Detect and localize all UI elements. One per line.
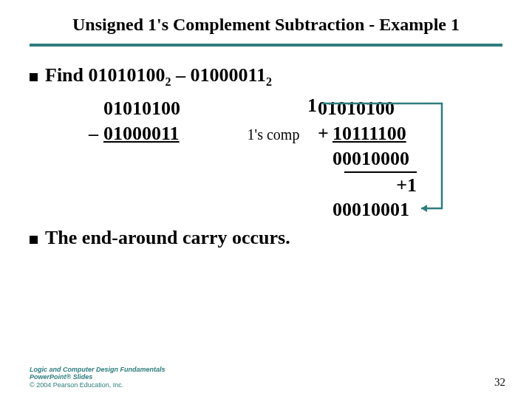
math-row-4: +1 [89,171,502,198]
plus-one: +1 [344,171,417,198]
footer-line-1: Logic and Computer Design Fundamentals [30,366,166,373]
result: 00010001 [332,197,458,222]
page-number: 32 [494,376,505,389]
bullet1-b: 01000011 [191,64,267,86]
math-row-3: 00010000 [89,146,502,171]
slide: Unsigned 1's Complement Subtraction - Ex… [0,0,532,399]
plus-sign: + [318,121,332,146]
math-row-5: 00010001 [89,197,502,222]
bullet-item-1: Find 010101002 – 010000112 [30,64,502,89]
math-row-1: 01010100 01010100 [89,96,502,121]
minus-sign: – [89,121,103,146]
bullet-square-icon [30,73,38,81]
r1-right: 01010100 [318,96,443,121]
bullet-item-2: The end-around carry occurs. [30,227,502,249]
footer-line-2: PowerPoint® Slides [30,373,166,381]
bullet1-a: 01010100 [89,64,166,86]
r3-right: 00010000 [332,146,458,171]
bullet-square-icon [30,236,38,244]
footer-credits: Logic and Computer Design Fundamentals P… [30,366,166,389]
bullet1-mid: – [171,64,191,86]
r1-left: 01010100 [103,96,229,121]
r2-left: 01000011 [103,121,229,146]
bullet1-prefix: Find [45,64,89,86]
math-block: 1 01010100 01010100 –010000111's comp+10… [89,96,502,222]
complement-label: 1's comp [229,125,318,144]
carry-digit: 1 [307,93,317,118]
slide-title: Unsigned 1's Complement Subtraction - Ex… [30,15,502,35]
bullet2-text: The end-around carry occurs. [45,227,290,249]
bullet1-sub-a: 2 [166,75,171,88]
footer-line-3: © 2004 Pearson Education, Inc. [30,381,166,389]
bullet1-sub-b: 2 [266,75,272,88]
title-rule [30,44,502,47]
r2-right: 10111100 [332,121,406,146]
math-row-2: –010000111's comp+10111100 [89,121,502,146]
bullet1-text: Find 010101002 – 010000112 [45,64,272,89]
